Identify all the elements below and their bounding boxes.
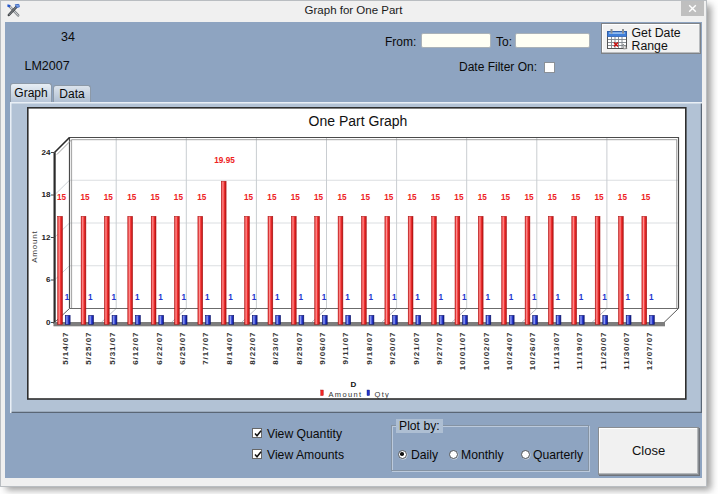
svg-text:One Part Graph: One Part Graph <box>309 113 408 129</box>
svg-text:8/22/07: 8/22/07 <box>248 332 257 365</box>
svg-text:5/14/07: 5/14/07 <box>61 332 70 365</box>
svg-text:15: 15 <box>454 193 464 202</box>
svg-text:5/25/07: 5/25/07 <box>84 332 93 365</box>
svg-text:15: 15 <box>618 193 628 202</box>
svg-text:7/17/07: 7/17/07 <box>201 332 210 365</box>
svg-text:1: 1 <box>65 293 70 302</box>
svg-text:1: 1 <box>298 293 303 302</box>
svg-text:8/14/07: 8/14/07 <box>225 332 234 365</box>
svg-text:18: 18 <box>42 190 51 199</box>
svg-text:15: 15 <box>80 193 90 202</box>
svg-text:1: 1 <box>205 293 210 302</box>
svg-text:11/19/07: 11/19/07 <box>575 332 584 370</box>
svg-text:15: 15 <box>384 193 394 202</box>
svg-text:1: 1 <box>345 293 350 302</box>
svg-text:15: 15 <box>548 193 558 202</box>
svg-text:11/13/07: 11/13/07 <box>552 332 561 370</box>
svg-text:1: 1 <box>182 293 187 302</box>
svg-text:1: 1 <box>88 293 93 302</box>
svg-text:1: 1 <box>322 293 327 302</box>
svg-text:9/11/07: 9/11/07 <box>341 332 350 365</box>
svg-text:1: 1 <box>228 293 233 302</box>
svg-text:9/20/07: 9/20/07 <box>388 332 397 365</box>
svg-text:9/27/07: 9/27/07 <box>435 332 444 365</box>
svg-text:15: 15 <box>595 193 605 202</box>
svg-text:1: 1 <box>415 293 420 302</box>
svg-text:1: 1 <box>602 293 607 302</box>
svg-text:1: 1 <box>135 293 140 302</box>
svg-text:6/25/07: 6/25/07 <box>178 332 187 365</box>
svg-text:1: 1 <box>158 293 163 302</box>
svg-text:8/23/07: 8/23/07 <box>271 332 280 365</box>
svg-text:24: 24 <box>42 148 51 157</box>
svg-text:1: 1 <box>369 293 374 302</box>
svg-text:1: 1 <box>579 293 584 302</box>
svg-text:1: 1 <box>275 293 280 302</box>
svg-text:15: 15 <box>57 193 67 202</box>
svg-text:11/30/07: 11/30/07 <box>622 332 631 370</box>
svg-text:1: 1 <box>252 293 257 302</box>
svg-text:0: 0 <box>46 318 51 327</box>
svg-text:10/26/07: 10/26/07 <box>528 332 537 371</box>
svg-text:1: 1 <box>112 293 117 302</box>
svg-text:6: 6 <box>46 275 51 284</box>
svg-text:1: 1 <box>392 293 397 302</box>
svg-text:Amount: Amount <box>30 230 39 262</box>
svg-text:1: 1 <box>485 293 490 302</box>
svg-text:Amount: Amount <box>329 390 363 399</box>
svg-text:1: 1 <box>532 293 537 302</box>
svg-text:10/01/07: 10/01/07 <box>458 332 467 371</box>
svg-text:10/24/07: 10/24/07 <box>505 332 514 371</box>
svg-text:1: 1 <box>649 293 654 302</box>
svg-text:15: 15 <box>431 193 441 202</box>
svg-text:1: 1 <box>439 293 444 302</box>
svg-text:15: 15 <box>501 193 511 202</box>
svg-text:1: 1 <box>509 293 514 302</box>
svg-text:9/21/07: 9/21/07 <box>412 332 421 365</box>
svg-text:1: 1 <box>556 293 561 302</box>
svg-text:10/02/07: 10/02/07 <box>482 331 491 370</box>
svg-text:6/12/07: 6/12/07 <box>131 332 140 365</box>
svg-text:15: 15 <box>174 193 184 202</box>
svg-text:9/18/07: 9/18/07 <box>365 332 374 365</box>
svg-text:15: 15 <box>408 193 418 202</box>
svg-text:11/20/07: 11/20/07 <box>599 332 608 370</box>
svg-text:15: 15 <box>127 193 137 202</box>
svg-text:6/22/07: 6/22/07 <box>155 332 164 365</box>
svg-text:1: 1 <box>626 293 631 302</box>
svg-text:15: 15 <box>104 193 114 202</box>
svg-text:9/06/07: 9/06/07 <box>318 332 327 365</box>
svg-text:15: 15 <box>244 193 254 202</box>
svg-text:15: 15 <box>641 193 651 202</box>
svg-text:8/25/07: 8/25/07 <box>295 332 304 365</box>
svg-text:D: D <box>351 380 357 389</box>
svg-text:12/07/07: 12/07/07 <box>645 332 654 371</box>
svg-text:1: 1 <box>462 293 467 302</box>
svg-text:12: 12 <box>42 233 51 242</box>
svg-text:15: 15 <box>267 193 277 202</box>
svg-text:19.95: 19.95 <box>214 156 235 165</box>
svg-text:15: 15 <box>151 193 161 202</box>
svg-text:15: 15 <box>197 193 207 202</box>
svg-text:5/31/07: 5/31/07 <box>108 332 117 365</box>
svg-text:15: 15 <box>524 193 534 202</box>
svg-text:Qty: Qty <box>375 390 391 399</box>
svg-text:15: 15 <box>337 193 347 202</box>
svg-text:15: 15 <box>291 193 301 202</box>
svg-text:15: 15 <box>314 193 324 202</box>
svg-text:15: 15 <box>571 193 581 202</box>
svg-text:15: 15 <box>361 193 371 202</box>
svg-text:15: 15 <box>478 193 488 202</box>
